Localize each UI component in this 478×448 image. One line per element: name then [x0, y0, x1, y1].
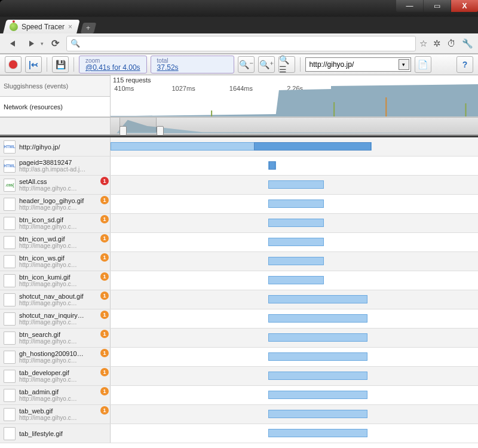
resource-row[interactable]: btn_icon_sd.gifhttp://image.gihyo.c…1 [0, 214, 478, 233]
timing-bar[interactable] [268, 238, 323, 246]
new-tab-button[interactable]: + [81, 23, 96, 33]
timing-bar[interactable] [268, 429, 367, 437]
page-url-input[interactable] [310, 60, 396, 69]
reset-button[interactable]: |↢ [25, 56, 42, 73]
timing-bar[interactable] [111, 142, 372, 151]
timing-bar[interactable] [268, 391, 367, 399]
resource-row[interactable]: gh_hostiong200910…http://image.gihyo.c…1 [0, 348, 478, 367]
resource-label[interactable]: tab_developer.gifhttp://image.gihyo.c…1 [0, 367, 111, 385]
zoom-out-button[interactable]: 🔍⁻ [238, 56, 255, 73]
resource-label[interactable]: shotcut_nav_inquiry…http://image.gihyo.c… [0, 309, 111, 328]
window-close-button[interactable]: X [451, 0, 478, 12]
zoom-metric[interactable]: zoom @0.41s for 4.00s [79, 56, 147, 73]
resource-name-block: pageid=38819247http://as.gh.impact-ad.j… [19, 159, 106, 173]
toolbar-divider [73, 57, 74, 72]
resource-label[interactable]: tab_lifestyle.gif [0, 424, 111, 443]
zoom-all-button[interactable]: 🔍☰ [278, 56, 295, 73]
overview-ruler[interactable] [0, 118, 478, 136]
omnibox[interactable]: 🔍 [66, 36, 416, 51]
timing-bar[interactable] [268, 276, 323, 284]
network-mountain-chart [111, 84, 478, 116]
resource-label[interactable]: btn_icon_wd.gifhttp://image.gihyo.c…1 [0, 233, 111, 251]
warning-badge: 1 [100, 311, 109, 319]
gantt-cell [111, 405, 478, 424]
page-url-dropdown-button[interactable]: ▾ [399, 59, 409, 70]
timing-bar[interactable] [268, 257, 323, 265]
resource-label[interactable]: gh_hostiong200910…http://image.gihyo.c…1 [0, 348, 111, 366]
resource-label[interactable]: http://gihyo.jp/ [0, 137, 111, 156]
speedtracer-favicon-icon [10, 23, 18, 31]
resource-row[interactable]: pageid=38819247http://as.gh.impact-ad.j… [0, 157, 478, 176]
timing-bar[interactable] [268, 219, 323, 227]
warning-badge: 1 [100, 196, 109, 204]
report-button[interactable]: 📄 [415, 56, 431, 73]
resource-label[interactable]: btn_icon_ws.gifhttp://image.gihyo.c…1 [0, 252, 111, 271]
overview-handle-right[interactable] [157, 126, 164, 136]
nav-back-button[interactable] [5, 36, 20, 51]
resource-name-block: tab_lifestyle.gif [19, 430, 106, 437]
timing-bar[interactable] [268, 410, 367, 418]
resource-row[interactable]: http://gihyo.jp/ [0, 137, 478, 157]
timing-bar[interactable] [268, 180, 323, 189]
tab-close-icon[interactable]: × [68, 23, 72, 31]
resource-row[interactable]: btn_icon_ws.gifhttp://image.gihyo.c…1 [0, 252, 478, 271]
resource-name: tab_lifestyle.gif [19, 430, 106, 437]
browser-tab[interactable]: Speed Tracer × [3, 20, 80, 33]
resource-label[interactable]: tab_web.gifhttp://image.gihyo.c…1 [0, 405, 111, 424]
zoom-in-button[interactable]: 🔍⁺ [258, 56, 275, 73]
star-icon[interactable]: ☆ [419, 38, 427, 49]
stopwatch-icon[interactable]: ⏱ [447, 38, 456, 48]
zoom-value[interactable]: @0.41s for 4.00s [85, 63, 140, 72]
resource-label[interactable]: pageid=38819247http://as.gh.impact-ad.j… [0, 157, 111, 175]
resource-row[interactable]: tab_developer.gifhttp://image.gihyo.c…1 [0, 367, 478, 386]
overview-handle-left[interactable] [120, 126, 127, 136]
resource-row[interactable]: tab_lifestyle.gif [0, 424, 478, 443]
resource-url: http://image.gihyo.c… [19, 185, 106, 192]
timing-bar[interactable] [268, 161, 275, 170]
resource-url: http://image.gihyo.c… [19, 243, 106, 249]
timing-bar[interactable] [268, 314, 367, 323]
resource-label[interactable]: btn_icon_sd.gifhttp://image.gihyo.c…1 [0, 214, 111, 232]
gantt-cell [111, 195, 478, 213]
record-button[interactable] [5, 56, 22, 73]
resource-label[interactable]: header_logo_gihyo.gifhttp://image.gihyo.… [0, 195, 111, 213]
resource-label[interactable]: btn_search.gifhttp://image.gihyo.c…1 [0, 329, 111, 347]
file-type-icon [4, 389, 16, 402]
nav-reload-button[interactable]: ⟳ [47, 36, 63, 51]
timing-bar[interactable] [268, 295, 367, 303]
resource-row[interactable]: setAll.csshttp://image.gihyo.c…1 [0, 176, 478, 195]
save-button[interactable]: 💾 [52, 56, 69, 73]
wrench-icon[interactable]: 🔧 [462, 38, 473, 49]
page-url-select[interactable]: ▾ [305, 57, 411, 72]
resource-row[interactable]: header_logo_gihyo.gifhttp://image.gihyo.… [0, 195, 478, 214]
resource-row[interactable]: tab_admin.gifhttp://image.gihyo.c…1 [0, 386, 478, 405]
resource-label[interactable]: tab_admin.gifhttp://image.gihyo.c…1 [0, 386, 111, 404]
timing-bar[interactable] [268, 352, 367, 361]
nav-forward-button[interactable] [24, 36, 39, 51]
resource-row[interactable]: btn_search.gifhttp://image.gihyo.c…1 [0, 329, 478, 348]
timing-bar[interactable] [268, 372, 367, 380]
resource-row[interactable]: btn_icon_kumi.gifhttp://image.gihyo.c…1 [0, 271, 478, 290]
resource-grid[interactable]: http://gihyo.jp/pageid=38819247http://as… [0, 136, 478, 448]
resource-row[interactable]: shotcut_nav_inquiry…http://image.gihyo.c… [0, 309, 478, 329]
resource-label[interactable]: shotcut_nav_about.gifhttp://image.gihyo.… [0, 290, 111, 309]
timing-bar-active [269, 161, 275, 170]
nav-history-caret-icon[interactable]: ▾ [41, 41, 44, 47]
report-icon: 📄 [418, 60, 428, 69]
resource-label[interactable]: setAll.csshttp://image.gihyo.c…1 [0, 176, 111, 194]
resource-label[interactable]: btn_icon_kumi.gifhttp://image.gihyo.c…1 [0, 271, 111, 290]
window-maximize-button[interactable]: ▭ [424, 0, 451, 12]
timing-bar[interactable] [268, 333, 367, 342]
file-type-icon [4, 159, 16, 173]
resource-row[interactable]: btn_icon_wd.gifhttp://image.gihyo.c…1 [0, 233, 478, 252]
timeline-graph[interactable]: 115 requests 410ms1027ms1644ms2.26s2.88s… [111, 75, 478, 117]
timing-bar[interactable] [268, 200, 323, 208]
omnibox-input[interactable] [84, 39, 412, 48]
window-minimize-button[interactable]: — [396, 0, 423, 12]
resource-name: pageid=38819247 [19, 159, 106, 166]
file-type-icon [4, 274, 16, 287]
help-button[interactable]: ? [456, 56, 473, 73]
resource-row[interactable]: shotcut_nav_about.gifhttp://image.gihyo.… [0, 290, 478, 309]
resource-row[interactable]: tab_web.gifhttp://image.gihyo.c…1 [0, 405, 478, 424]
gear-icon[interactable]: ✲ [433, 38, 441, 49]
